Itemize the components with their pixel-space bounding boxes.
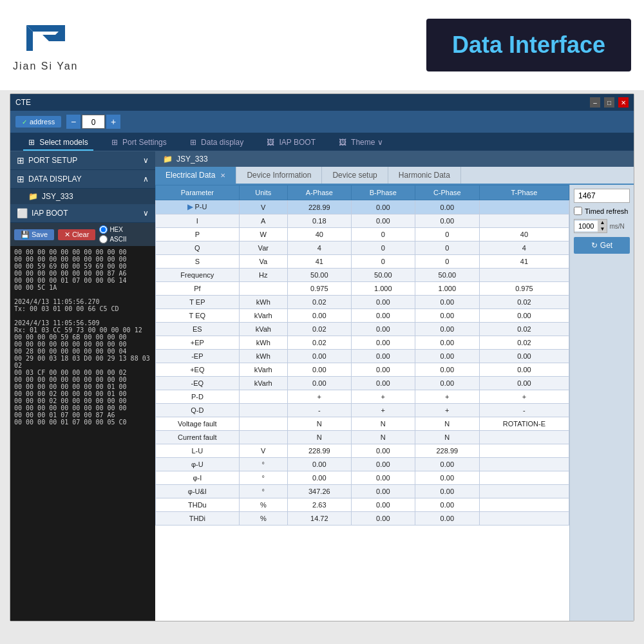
table-row: T EQkVarh0.000.000.000.00 bbox=[156, 309, 569, 323]
electrical-data-table: Parameter Units A-Phase B-Phase C-Phase … bbox=[155, 185, 569, 526]
get-button[interactable]: ↻ Get bbox=[574, 237, 630, 254]
tab-device-information[interactable]: Device Information bbox=[236, 167, 322, 184]
tab-device-setup[interactable]: Device setup bbox=[322, 167, 388, 184]
table-row: SVa410041 bbox=[156, 255, 569, 269]
interval-up-button[interactable]: ▲ bbox=[598, 220, 607, 226]
col-b-phase: B-Phase bbox=[351, 185, 415, 200]
increment-button[interactable]: + bbox=[106, 115, 120, 129]
sidebar: ⊞ PORT SETUP ∨ ⊞ DATA DISPLAY ∧ 📁 JSY_33… bbox=[10, 151, 155, 621]
maximize-button[interactable]: □ bbox=[604, 97, 614, 108]
port-settings-icon: ⊞ bbox=[111, 138, 118, 147]
col-a-phase: A-Phase bbox=[287, 185, 351, 200]
chevron-up-icon: ∧ bbox=[143, 175, 149, 184]
table-row: IA0.180.000.00 bbox=[156, 214, 569, 228]
tab-iap-boot[interactable]: 🖼 IAP BOOT bbox=[261, 135, 321, 151]
table-row: THDu%2.630.000.00 bbox=[156, 498, 569, 512]
table-row: +EPkWh0.020.000.000.02 bbox=[156, 336, 569, 350]
encoding-radio-group: HEX ASCII bbox=[99, 225, 126, 243]
table-row: THDi%14.720.000.00 bbox=[156, 512, 569, 526]
tab-theme[interactable]: 🖼 Theme ∨ bbox=[334, 135, 388, 151]
tab-electrical-data[interactable]: Electrical Data ✕ bbox=[155, 167, 236, 184]
data-table-container: Parameter Units A-Phase B-Phase C-Phase … bbox=[155, 185, 569, 621]
clear-button[interactable]: ✕ Clear bbox=[58, 229, 95, 240]
tab-close-electrical[interactable]: ✕ bbox=[220, 172, 225, 179]
content-tab-bar: Electrical Data ✕ Device Information Dev… bbox=[155, 167, 634, 185]
hex-radio[interactable]: HEX bbox=[99, 225, 126, 234]
toolbar: ✓ address − 0 + bbox=[10, 111, 634, 133]
ascii-radio[interactable]: ASCII bbox=[99, 235, 126, 243]
check-icon: ✓ bbox=[22, 118, 27, 126]
tab-harmonic-data[interactable]: Harmonic Data bbox=[388, 167, 461, 184]
clear-icon: ✕ bbox=[64, 231, 70, 239]
table-row: P-D++++ bbox=[156, 390, 569, 404]
refresh-icon: ↻ bbox=[591, 241, 598, 250]
title-bar: CTE – □ ✕ bbox=[10, 94, 634, 111]
table-row: -EQkVarh0.000.000.000.00 bbox=[156, 377, 569, 390]
port-setup-icon: ⊞ bbox=[17, 155, 24, 166]
row-indicator: ▶ bbox=[187, 203, 193, 211]
data-display-sidebar-icon: ⊞ bbox=[17, 174, 24, 184]
decrement-button[interactable]: − bbox=[66, 115, 80, 129]
sidebar-item-port-setup[interactable]: ⊞ PORT SETUP ∨ bbox=[10, 151, 155, 170]
table-row: Q-D-++- bbox=[156, 404, 569, 417]
table-row: Current faultNNN bbox=[156, 431, 569, 444]
interval-down-button[interactable]: ▼ bbox=[598, 226, 607, 232]
svg-marker-0 bbox=[26, 25, 65, 32]
interval-value: 1000 bbox=[574, 221, 598, 231]
table-row: FrequencyHz50.0050.0050.00 bbox=[156, 269, 569, 282]
window-title: CTE bbox=[15, 98, 31, 107]
brand-logo: Jian Si Yan bbox=[13, 19, 78, 72]
brand-name: Jian Si Yan bbox=[13, 61, 78, 72]
console-toolbar: 💾 Save ✕ Clear HEX ASCII bbox=[10, 223, 155, 246]
table-row: Pf0.9751.0001.0000.975 bbox=[156, 282, 569, 296]
table-row: PW400040 bbox=[156, 228, 569, 242]
tab-port-settings[interactable]: ⊞ Port Settings bbox=[106, 135, 172, 151]
nav-tab-bar: ⊞ Select models ⊞ Port Settings ⊞ Data d… bbox=[10, 133, 634, 151]
theme-icon: 🖼 bbox=[339, 138, 346, 147]
interval-row: 1000 ▲ ▼ ms/N bbox=[574, 219, 630, 233]
table-row: T EPkWh0.020.000.000.02 bbox=[156, 296, 569, 309]
address-value: 0 bbox=[82, 115, 105, 129]
chevron-down-icon-2: ∨ bbox=[143, 209, 149, 218]
window-controls: – □ ✕ bbox=[590, 97, 629, 108]
table-row: φ-U°0.000.000.00 bbox=[156, 458, 569, 471]
chevron-down-icon: ∨ bbox=[143, 156, 149, 165]
address-button[interactable]: ✓ address bbox=[15, 116, 61, 128]
col-units: Units bbox=[239, 185, 287, 200]
sidebar-item-jsy333[interactable]: 📁 JSY_333 bbox=[10, 189, 155, 204]
iap-boot-icon: 🖼 bbox=[267, 138, 274, 147]
brand-header: Jian Si Yan Data Interface bbox=[0, 0, 644, 90]
interval-unit: ms/N bbox=[609, 223, 624, 230]
table-area: Parameter Units A-Phase B-Phase C-Phase … bbox=[155, 185, 634, 621]
table-row: L-UV228.990.00228.99 bbox=[156, 444, 569, 458]
sidebar-sub-menu: 📁 JSY_333 bbox=[10, 189, 155, 204]
select-models-icon: ⊞ bbox=[28, 138, 35, 147]
sidebar-item-iap-boot[interactable]: ⬜ IAP BOOT ∨ bbox=[10, 204, 155, 223]
address-control: − 0 + bbox=[66, 115, 120, 129]
tab-data-display[interactable]: ⊞ Data display bbox=[185, 135, 249, 151]
sidebar-item-data-display[interactable]: ⊞ DATA DISPLAY ∧ bbox=[10, 170, 155, 189]
content-panel: 📁 JSY_333 Electrical Data ✕ Device Infor… bbox=[155, 151, 634, 621]
table-row: Voltage faultNNNROTATION-E bbox=[156, 417, 569, 431]
table-row: φ-I°0.000.000.00 bbox=[156, 471, 569, 485]
main-content: ⊞ PORT SETUP ∨ ⊞ DATA DISPLAY ∧ 📁 JSY_33… bbox=[10, 151, 634, 621]
timed-refresh-checkbox[interactable] bbox=[574, 207, 582, 215]
save-button[interactable]: 💾 Save bbox=[14, 229, 54, 240]
table-row: +EQkVarh0.000.000.000.00 bbox=[156, 363, 569, 377]
value-input[interactable] bbox=[574, 189, 630, 203]
content-header: 📁 JSY_333 bbox=[155, 151, 634, 167]
right-panel: Timed refresh 1000 ▲ ▼ ms/N ↻ bbox=[569, 185, 634, 621]
tab-select-models[interactable]: ⊞ Select models bbox=[23, 135, 93, 151]
table-row: ESkVah0.020.000.000.02 bbox=[156, 323, 569, 336]
table-row: ▶ P-UV228.990.000.00 bbox=[156, 200, 569, 214]
col-t-phase: T-Phase bbox=[479, 185, 569, 200]
table-row: -EPkWh0.000.000.000.00 bbox=[156, 350, 569, 363]
console-output: 00 00 00 00 00 00 00 00 00 00 00 00 00 0… bbox=[10, 246, 155, 621]
minimize-button[interactable]: – bbox=[590, 97, 600, 108]
logo-svg bbox=[20, 19, 71, 57]
close-button[interactable]: ✕ bbox=[618, 97, 629, 108]
iap-boot-sidebar-icon: ⬜ bbox=[17, 208, 28, 218]
brand-title: Data Interface bbox=[426, 19, 631, 71]
save-icon: 💾 bbox=[21, 231, 30, 239]
col-parameter: Parameter bbox=[156, 185, 240, 200]
